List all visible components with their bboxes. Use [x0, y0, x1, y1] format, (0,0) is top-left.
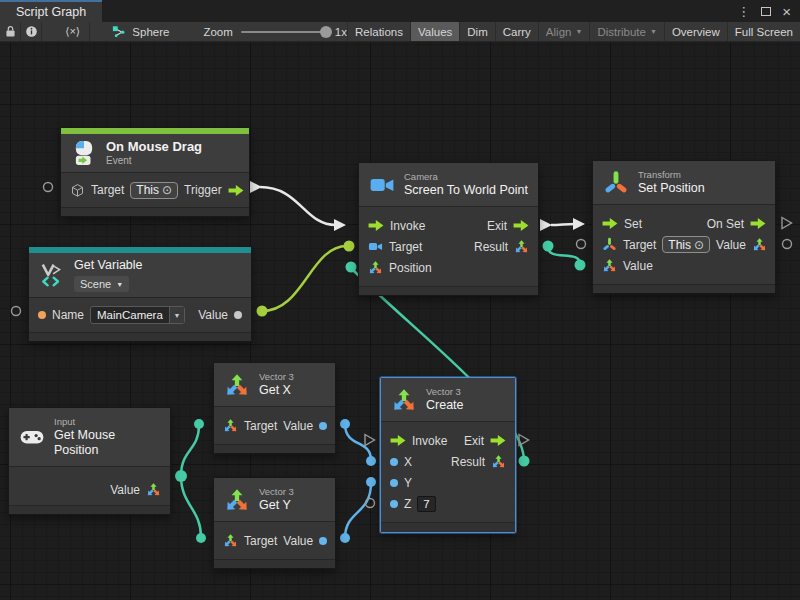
vector3-icon[interactable] — [368, 260, 383, 275]
zoom-slider-handle[interactable] — [320, 26, 332, 38]
node-title: Get Variable — [74, 258, 143, 273]
chevron-down-icon: ▼ — [650, 28, 657, 35]
toolbar-button-carry[interactable]: Carry — [495, 22, 538, 41]
variable-name-dropdown[interactable]: MainCamera ▼ — [90, 306, 185, 324]
window-menu-icon[interactable]: ⋮ — [737, 4, 750, 19]
node-header: Input Get Mouse Position — [9, 408, 170, 467]
object-picker-icon[interactable]: ⊙ — [694, 238, 704, 252]
vector3-icon[interactable] — [602, 258, 617, 273]
info-button[interactable] — [21, 22, 42, 41]
toolbar-button-fullscreen[interactable]: Full Screen — [727, 22, 800, 41]
node-footer — [214, 444, 335, 453]
object-picker-icon[interactable]: ⊙ — [162, 183, 172, 197]
flow-arrow-icon[interactable] — [228, 184, 244, 197]
port-label-name: Name — [52, 308, 84, 322]
toolbar-button-values[interactable]: Values — [410, 22, 459, 41]
this-chip[interactable]: This ⊙ — [130, 182, 178, 199]
port-label-target: Target — [91, 183, 124, 197]
flow-arrow-icon[interactable] — [490, 434, 506, 447]
flow-arrow-icon[interactable] — [390, 434, 406, 447]
vector3-icon[interactable] — [752, 237, 767, 252]
port-name-in[interactable] — [38, 311, 46, 319]
node-header: On Mouse Drag Event — [61, 134, 249, 173]
zoom-label: Zoom — [203, 26, 232, 38]
wire-camera-result-to-set-value[interactable] — [543, 241, 586, 271]
port-getvariable-name-in[interactable] — [12, 307, 21, 316]
zoom-control: Zoom 1x — [203, 26, 347, 38]
node-title: On Mouse Drag — [106, 139, 202, 154]
port-value-out[interactable] — [234, 311, 242, 319]
tab-script-graph[interactable]: Script Graph — [0, 0, 102, 22]
port-value-out[interactable] — [319, 422, 327, 430]
node-on-mouse-drag[interactable]: On Mouse Drag Event Target This ⊙ Trigge… — [60, 127, 250, 217]
node-get-y[interactable]: Vector 3 Get Y Target Value — [213, 477, 336, 569]
vector3-icon — [391, 387, 417, 413]
port-y-in[interactable] — [390, 479, 398, 487]
wire-gety-to-create-y[interactable] — [340, 477, 376, 543]
port-create-invoke-in[interactable] — [365, 435, 375, 446]
flow-arrow-icon[interactable] — [602, 217, 618, 230]
tab-title: Script Graph — [16, 5, 86, 19]
flow-arrow-icon[interactable] — [750, 217, 766, 230]
port-label-result: Result — [474, 240, 508, 254]
this-chip[interactable]: This ⊙ — [662, 236, 710, 253]
node-get-x[interactable]: Vector 3 Get X Target Value — [213, 362, 336, 454]
graph-name-label: Sphere — [132, 26, 169, 38]
variable-scope-dropdown[interactable]: Scene ▼ — [74, 276, 129, 292]
node-header: Vector 3 Create — [381, 378, 515, 422]
port-set-value-out[interactable] — [783, 240, 792, 249]
node-category: Vector 3 — [259, 486, 294, 498]
port-label-value: Value — [198, 308, 228, 322]
port-label-target: Target — [244, 419, 277, 433]
toolbar-button-relations[interactable]: Relations — [347, 22, 410, 41]
port-label-invoke: Invoke — [412, 434, 447, 448]
graph-reference[interactable]: Sphere — [112, 25, 169, 39]
transform-icon[interactable] — [602, 237, 617, 252]
toolbar-button-distribute[interactable]: Distribute▼ — [589, 22, 664, 41]
node-title: Screen To World Point — [404, 183, 528, 198]
lock-button[interactable] — [0, 22, 21, 41]
code-view-button[interactable]: ⟨×⟩ — [56, 22, 90, 41]
vector3-icon[interactable] — [223, 418, 238, 433]
toolbar-button-dim[interactable]: Dim — [459, 22, 494, 41]
wire-mouse-to-getx-gety[interactable] — [175, 419, 206, 543]
node-screen-to-world-point[interactable]: Camera Screen To World Point Invoke Exit… — [358, 162, 539, 296]
node-category: Vector 3 — [426, 386, 464, 398]
port-z-in[interactable] — [390, 500, 398, 508]
zoom-slider[interactable] — [241, 31, 327, 33]
graph-canvas[interactable]: On Mouse Drag Event Target This ⊙ Trigge… — [0, 42, 800, 600]
node-set-position[interactable]: Transform Set Position Set On Set Target — [592, 160, 776, 294]
toolbar-button-align[interactable]: Align▼ — [538, 22, 590, 41]
graph-toolbar: ⟨×⟩ Sphere Zoom 1x Relations Values Dim … — [0, 22, 800, 42]
flow-arrow-icon[interactable] — [513, 219, 529, 232]
port-x-in[interactable] — [390, 458, 398, 466]
vector3-icon[interactable] — [491, 454, 506, 469]
vector3-icon[interactable] — [223, 533, 238, 548]
wire-variable-to-camera-target[interactable] — [257, 241, 355, 317]
vector3-icon — [224, 487, 250, 513]
flow-arrow-icon[interactable] — [368, 219, 384, 232]
node-create-vector3[interactable]: Vector 3 Create Invoke Exit X — [380, 377, 516, 533]
vector3-icon[interactable] — [514, 239, 529, 254]
port-label-exit: Exit — [487, 219, 507, 233]
node-subtitle: Event — [106, 154, 202, 167]
toolbar-button-overview[interactable]: Overview — [664, 22, 727, 41]
node-title: Create — [426, 398, 464, 413]
port-set-onset-out[interactable] — [782, 218, 792, 229]
window-maximize-icon[interactable] — [761, 7, 771, 16]
port-omd-target-in[interactable] — [44, 183, 53, 192]
node-get-mouse-position[interactable]: Input Get Mouse Position Value — [8, 407, 171, 515]
vector3-icon[interactable] — [146, 482, 161, 497]
port-set-target-in[interactable] — [577, 240, 586, 249]
window-close-icon[interactable]: × — [782, 4, 791, 19]
node-get-variable[interactable]: Get Variable Scene ▼ Name MainCamera ▼ — [28, 246, 252, 342]
port-value-out[interactable] — [319, 537, 327, 545]
wire-exit-to-set[interactable] — [540, 218, 585, 231]
wire-trigger-to-invoke[interactable] — [250, 181, 346, 231]
node-footer — [9, 505, 170, 514]
info-icon — [24, 24, 39, 39]
camera-icon[interactable] — [368, 239, 383, 254]
port-label-value-in: Value — [623, 259, 653, 273]
port-label-target: Target — [389, 240, 422, 254]
z-value-input[interactable]: 7 — [417, 496, 435, 512]
